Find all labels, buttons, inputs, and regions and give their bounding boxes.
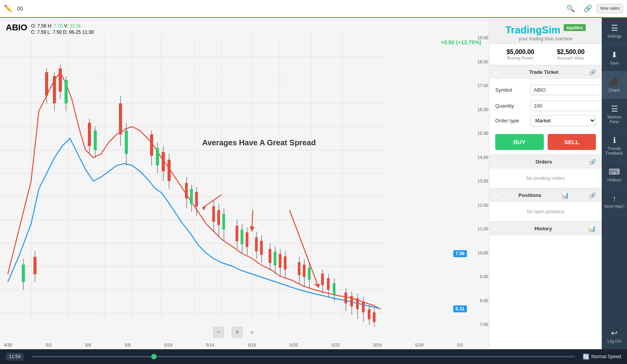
svg-rect-98 (368, 309, 370, 319)
positions-arrow: ▸ (495, 192, 498, 199)
x-label-510: 5/10 (164, 343, 172, 347)
x-label-58: 5/8 (125, 343, 131, 347)
x-label-529: 5/29 (415, 343, 423, 347)
x-label-52: 5/2 (46, 343, 52, 347)
svg-rect-36 (119, 103, 122, 134)
sidebar-item-save[interactable]: ⬇ Save (602, 45, 627, 71)
account-value-label: Account Value (557, 56, 585, 60)
symbol-label: Symbol (495, 87, 530, 93)
buying-power-value: $5,000.00 (506, 49, 534, 56)
fast-forward-button[interactable]: » (250, 329, 254, 336)
hotkeys-label: Hotkeys (607, 178, 621, 183)
orders-content: No pending orders (489, 169, 602, 188)
svg-rect-64 (246, 232, 248, 247)
x-axis: 4/30 5/2 5/6 5/8 5/10 5/14 5/16 5/20 5/2… (0, 343, 467, 347)
svg-rect-30 (65, 80, 68, 103)
svg-rect-78 (298, 262, 300, 275)
need-help-icon: ↑ (613, 194, 617, 203)
svg-rect-76 (284, 256, 286, 270)
svg-rect-66 (255, 237, 258, 251)
svg-rect-72 (274, 252, 276, 265)
trade-ticket-header[interactable]: ▸ Trade Ticket 🔗 (489, 65, 602, 79)
charts-label: Charts (609, 88, 620, 93)
symbol-row: Symbol 7.51 / 7.64 (495, 83, 596, 97)
positions-header[interactable]: ▸ Positions 📊 🔗 (489, 188, 602, 202)
playhead-dot[interactable] (151, 354, 157, 359)
time-sales-button[interactable]: time sales (597, 4, 623, 13)
svg-rect-62 (241, 230, 243, 244)
svg-marker-104 (250, 226, 255, 232)
no-orders-text: No pending orders (495, 172, 596, 184)
quantity-label: Quantity (495, 103, 530, 109)
x-label-53: 5/3 (457, 343, 463, 347)
account-info: $5,000.00 Buying Power $2,500.00 Account… (489, 44, 602, 65)
sidebar-item-logout[interactable]: ↩ Log Out (602, 323, 627, 349)
svg-rect-110 (22, 265, 25, 282)
x-label-524: 5/24 (373, 343, 381, 347)
equities-badge[interactable]: equities (564, 24, 586, 31)
svg-rect-108 (33, 257, 37, 274)
order-type-select[interactable]: Market Limit Stop (530, 115, 596, 126)
bottom-bar: 11:54 🔄 Normal Speed (0, 349, 627, 364)
x-label-514: 5/14 (206, 343, 214, 347)
orders-arrow: ▸ (495, 158, 498, 165)
far-right-sidebar: ☰ Settings ⬇ Save ⬛ Charts ☰ Markets Pan… (602, 18, 627, 349)
markets-pane-label: Markets Pane (604, 115, 625, 124)
symbol-input[interactable] (530, 85, 602, 95)
sidebar-item-settings[interactable]: ☰ Settings (602, 18, 627, 45)
need-help-label: Need Help? (604, 204, 625, 209)
speed-label[interactable]: Normal Speed (591, 354, 621, 359)
speed-display: 🔄 Normal Speed (583, 354, 621, 360)
no-positions-text: No open positions (495, 206, 596, 218)
orders-header[interactable]: ▸ Orders 🔗 (489, 155, 602, 169)
logout-icon: ↩ (611, 328, 618, 338)
history-bar-chart-icon: 📊 (588, 225, 596, 232)
quantity-input[interactable] (530, 101, 602, 111)
buying-power-label: Buying Power (506, 56, 534, 60)
sidebar-item-hotkeys[interactable]: ⌨ Hotkeys (602, 162, 627, 188)
svg-rect-54 (212, 206, 215, 222)
sidebar-item-markets-pane[interactable]: ☰ Markets Pane (602, 99, 627, 130)
link-icon: 🔗 (583, 4, 592, 13)
svg-rect-50 (190, 189, 193, 204)
svg-rect-34 (94, 131, 97, 150)
price-axis: 19.00 18.00 17.00 16.00 15.00 14.00 13.0… (468, 33, 489, 329)
trade-ticket-section: ▸ Trade Ticket 🔗 Symbol 7.51 / 7.64 Quan… (489, 65, 602, 155)
trade-form: Symbol 7.51 / 7.64 Quantity Order type M… (489, 79, 602, 134)
price-badge-631: 6.31 (453, 305, 467, 312)
zoom-out-button[interactable]: − (213, 327, 224, 338)
stock-ticker: ABIO (6, 23, 27, 33)
history-section[interactable]: ▸ History 📊 (489, 222, 602, 235)
edit-icon[interactable]: ✏️ (4, 4, 12, 13)
svg-rect-40 (150, 134, 153, 156)
search-icon[interactable]: 🔍 (566, 4, 575, 13)
svg-rect-32 (88, 123, 91, 146)
account-value-block: $2,500.00 Account Value (557, 49, 585, 60)
svg-rect-92 (350, 296, 353, 307)
svg-rect-70 (269, 249, 271, 263)
orders-link-icon: 🔗 (589, 159, 596, 165)
charts-icon: ⬛ (610, 77, 619, 87)
svg-rect-24 (45, 72, 48, 96)
chart-area: ABIO O: 7.56 H: 7.70 V: 32.0k C: 7.59 L:… (0, 18, 489, 349)
save-label: Save (610, 61, 619, 66)
buy-button[interactable]: BUY (495, 134, 544, 150)
logout-label: Log Out (608, 339, 622, 344)
sidebar-item-charts[interactable]: ⬛ Charts (602, 72, 627, 99)
tradingsim-logo: TradingSim (505, 24, 561, 36)
search-input[interactable] (17, 5, 48, 12)
sidebar-item-provide-feedback[interactable]: ℹ Provide Feedback (602, 130, 627, 162)
settings-label: Settings (607, 34, 621, 39)
quantity-row: Quantity (495, 101, 596, 111)
svg-rect-74 (279, 254, 281, 268)
zoom-in-button[interactable]: + (232, 327, 243, 338)
svg-rect-88 (333, 283, 335, 294)
sell-button[interactable]: SELL (548, 134, 596, 150)
buying-power-block: $5,000.00 Buying Power (506, 49, 534, 60)
playhead-track[interactable] (31, 356, 575, 357)
provide-feedback-label: Provide Feedback (604, 146, 625, 156)
svg-rect-94 (356, 298, 359, 309)
logo-tagline: your trading time machine (493, 36, 598, 42)
buy-sell-row: BUY SELL (489, 134, 602, 155)
sidebar-item-need-help[interactable]: ↑ Need Help? (602, 188, 627, 215)
